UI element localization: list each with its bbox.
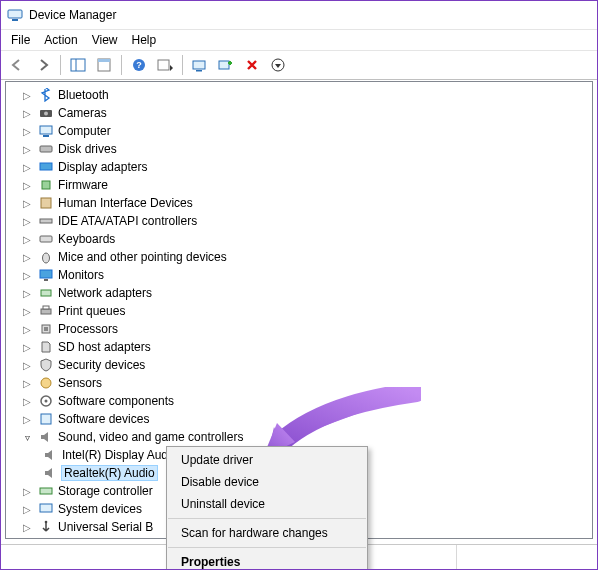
expand-icon[interactable]: ▷ (20, 142, 34, 156)
remove-hardware-button[interactable] (240, 53, 264, 77)
svg-point-33 (41, 378, 51, 388)
help-button[interactable]: ? (127, 53, 151, 77)
collapse-icon[interactable]: ▿ (20, 430, 34, 444)
expand-icon[interactable]: ▷ (20, 412, 34, 426)
expand-icon[interactable]: ▷ (20, 88, 34, 102)
properties-button[interactable] (92, 53, 116, 77)
svg-marker-9 (170, 65, 173, 71)
back-button[interactable] (5, 53, 29, 77)
tree-item-cameras[interactable]: ▷Cameras (8, 104, 590, 122)
sd-icon (38, 339, 54, 355)
expand-icon[interactable]: ▷ (20, 106, 34, 120)
menu-file[interactable]: File (5, 31, 36, 49)
svg-rect-36 (41, 414, 51, 424)
add-hardware-button[interactable] (214, 53, 238, 77)
mouse-icon (38, 249, 54, 265)
expand-icon[interactable]: ▷ (20, 394, 34, 408)
expand-icon[interactable]: ▷ (20, 178, 34, 192)
svg-rect-20 (40, 163, 52, 170)
tree-item-firmware[interactable]: ▷Firmware (8, 176, 590, 194)
svg-rect-21 (42, 181, 50, 189)
menu-help[interactable]: Help (126, 31, 163, 49)
context-menu-update-driver[interactable]: Update driver (167, 449, 367, 471)
svg-rect-19 (40, 146, 52, 152)
tree-item-processors[interactable]: ▷Processors (8, 320, 590, 338)
expand-icon[interactable]: ▷ (20, 214, 34, 228)
show-hide-tree-button[interactable] (66, 53, 90, 77)
tree-item-software-devices[interactable]: ▷Software devices (8, 410, 590, 428)
expand-icon[interactable]: ▷ (20, 124, 34, 138)
expand-icon[interactable]: ▷ (20, 322, 34, 336)
svg-rect-11 (196, 70, 202, 72)
tree-item-computer[interactable]: ▷Computer (8, 122, 590, 140)
titlebar: Device Manager (1, 1, 597, 30)
menu-view[interactable]: View (86, 31, 124, 49)
tree-item-bluetooth[interactable]: ▷Bluetooth (8, 86, 590, 104)
expand-icon[interactable]: ▷ (20, 160, 34, 174)
selected-item-label: Realtek(R) Audio (62, 466, 157, 480)
svg-rect-0 (8, 10, 22, 18)
sensor-icon (38, 375, 54, 391)
svg-rect-30 (43, 306, 49, 309)
svg-marker-14 (275, 64, 281, 68)
svg-rect-18 (43, 135, 49, 137)
bluetooth-icon (38, 87, 54, 103)
hid-icon (38, 195, 54, 211)
firmware-icon (38, 177, 54, 193)
expand-icon[interactable]: ▷ (20, 502, 34, 516)
svg-rect-5 (98, 59, 110, 62)
svg-rect-32 (44, 327, 48, 331)
svg-rect-22 (41, 198, 51, 208)
sound-icon (38, 429, 54, 445)
tree-item-software-components[interactable]: ▷Software components (8, 392, 590, 410)
context-menu-disable-device[interactable]: Disable device (167, 471, 367, 493)
tree-item-sd-host[interactable]: ▷SD host adapters (8, 338, 590, 356)
ide-icon (38, 213, 54, 229)
expand-icon[interactable]: ▷ (20, 358, 34, 372)
forward-button[interactable] (31, 53, 55, 77)
svg-rect-12 (219, 61, 229, 69)
context-menu-separator (168, 518, 366, 519)
expand-icon[interactable]: ▷ (20, 340, 34, 354)
dropdown-button[interactable] (266, 53, 290, 77)
expand-icon[interactable]: ▷ (20, 268, 34, 282)
svg-rect-8 (158, 60, 169, 70)
context-menu-scan-hardware[interactable]: Scan for hardware changes (167, 522, 367, 544)
expand-icon[interactable]: ▷ (20, 286, 34, 300)
expand-icon[interactable]: ▷ (20, 232, 34, 246)
menu-action[interactable]: Action (38, 31, 83, 49)
toolbar-separator (60, 55, 61, 75)
expand-icon[interactable]: ▷ (20, 520, 34, 534)
context-menu-properties[interactable]: Properties (167, 551, 367, 570)
expand-icon[interactable]: ▷ (20, 376, 34, 390)
statusbar-cell (457, 545, 597, 569)
scan-hardware-button[interactable] (188, 53, 212, 77)
tree-item-monitors[interactable]: ▷Monitors (8, 266, 590, 284)
tree-item-hid[interactable]: ▷Human Interface Devices (8, 194, 590, 212)
tree-item-sensors[interactable]: ▷Sensors (8, 374, 590, 392)
expand-icon[interactable]: ▷ (20, 484, 34, 498)
tree-item-display-adapters[interactable]: ▷Display adapters (8, 158, 590, 176)
tree-item-security[interactable]: ▷Security devices (8, 356, 590, 374)
storage-icon (38, 483, 54, 499)
tree-item-sound[interactable]: ▿Sound, video and game controllers (8, 428, 590, 446)
toolbar-separator (121, 55, 122, 75)
context-menu-uninstall-device[interactable]: Uninstall device (167, 493, 367, 515)
tree-item-ide[interactable]: ▷IDE ATA/ATAPI controllers (8, 212, 590, 230)
action-button[interactable] (153, 53, 177, 77)
network-icon (38, 285, 54, 301)
expand-icon[interactable]: ▷ (20, 304, 34, 318)
usb-icon (38, 519, 54, 535)
tree-item-mice[interactable]: ▷Mice and other pointing devices (8, 248, 590, 266)
tree-item-print-queues[interactable]: ▷Print queues (8, 302, 590, 320)
tree-item-network[interactable]: ▷Network adapters (8, 284, 590, 302)
app-icon (7, 7, 23, 23)
software-device-icon (38, 411, 54, 427)
camera-icon (38, 105, 54, 121)
tree-item-keyboards[interactable]: ▷Keyboards (8, 230, 590, 248)
expand-icon[interactable]: ▷ (20, 250, 34, 264)
svg-text:?: ? (136, 60, 142, 70)
expand-icon[interactable]: ▷ (20, 196, 34, 210)
tree-item-disk-drives[interactable]: ▷Disk drives (8, 140, 590, 158)
audio-device-icon (42, 465, 58, 481)
